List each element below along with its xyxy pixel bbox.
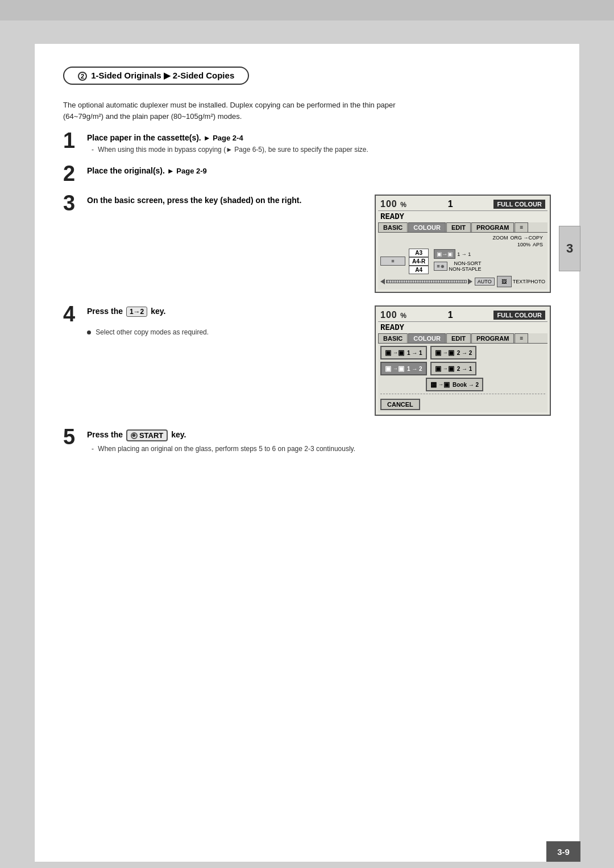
- ms1-paper-icon: ≡: [380, 257, 405, 266]
- ms2-tab-basic[interactable]: BASIC: [378, 333, 408, 343]
- step-3-content: On the basic screen, press the key (shad…: [87, 195, 363, 207]
- step-4-number: 4: [63, 303, 87, 325]
- start-circle-icon: ⊕: [131, 432, 138, 439]
- section-title-text: 1-Sided Originals ▶ 2-Sided Copies: [91, 71, 234, 80]
- ms2-book-container: ▩ → ▣ Book → 2: [426, 378, 487, 391]
- ms1-paper-a3: A3: [409, 249, 429, 257]
- ms1-colour: FULL COLOUR: [493, 200, 545, 209]
- ms1-paper-a4r: A4-R: [409, 257, 429, 266]
- step-2: 2 Place the original(s). ► Page 2-9: [63, 165, 551, 184]
- ms1-zoom-val: 100%: [517, 242, 530, 247]
- ms2-cancel-row: CANCEL: [380, 394, 545, 410]
- desc-line1: The optional automatic duplexer must be …: [63, 101, 396, 109]
- step-3-left: 3 On the basic screen, press the key (sh…: [63, 195, 363, 214]
- step-4-content: Press the 1→2 key.: [87, 305, 363, 319]
- step-4: 4 Press the 1→2 key. Select other copy m…: [63, 305, 551, 416]
- step-1-title: Place paper in the cassette(s). ► Page 2…: [87, 133, 551, 142]
- ms1-zoom-row: ZOOM ORG →COPY: [380, 235, 545, 241]
- ms2-btn-1to2[interactable]: ▣ → ▣ 1 → 2: [380, 362, 427, 375]
- ms2-tab-extra[interactable]: ≡: [515, 333, 528, 343]
- ms1-tabs: BASIC COLOUR EDIT PROGRAM ≡: [378, 222, 547, 233]
- ms2-btn-1to1[interactable]: ▣ → ▣ 1 → 1: [380, 346, 427, 359]
- desc-line2: (64~79g/m²) and the plain paper (80~105g…: [63, 112, 242, 121]
- ms1-paper-row: ≡ A3 A4-R A4 ▣→▣ 1: [380, 249, 545, 274]
- step-1: 1 Place paper in the cassette(s). ► Page…: [63, 132, 551, 155]
- section-title: 2 1-Sided Originals ▶ 2-Sided Copies: [63, 67, 249, 85]
- section-circle: 2: [78, 72, 87, 81]
- step-2-number: 2: [63, 163, 87, 184]
- ms1-copies: 1: [443, 199, 458, 209]
- step-4-sub-container: Select other copy modes as required.: [87, 328, 363, 336]
- step-1-content: Place paper in the cassette(s). ► Page 2…: [87, 132, 551, 155]
- description-text: The optional automatic duplexer must be …: [63, 100, 551, 122]
- ms1-body: ZOOM ORG →COPY 100% APS ≡: [378, 233, 547, 290]
- ms1-tab-basic[interactable]: BASIC: [378, 222, 408, 232]
- ms2-tab-edit[interactable]: EDIT: [446, 333, 471, 343]
- ms2-header: 100 % 1 FULL COLOUR: [378, 309, 547, 322]
- ms1-slider-bar: [386, 280, 467, 283]
- step-3-title: On the basic screen, press the key (shad…: [87, 196, 363, 205]
- ms1-tri-left: [380, 279, 385, 284]
- ms2-colour: FULL COLOUR: [493, 311, 545, 320]
- ms1-duplex-area: ▣→▣ 1 → 1 ≡ ⊕ NON-SORTNON-STAPLE: [434, 249, 545, 274]
- start-key: ⊕ START: [126, 429, 168, 441]
- ms1-paper-sizes: A3 A4-R A4: [409, 249, 430, 274]
- ms1-header: 100 % 1 FULL COLOUR: [378, 198, 547, 211]
- ms1-tab-program[interactable]: PROGRAM: [471, 222, 514, 232]
- step-2-title: Place the original(s). ► Page 2-9: [87, 166, 551, 175]
- ms1-slider-row: AUTO 🖼 TEXT/PHOTO: [380, 276, 545, 287]
- ms2-tab-colour[interactable]: COLOUR: [408, 333, 446, 343]
- ms2-percent: 100 %: [380, 310, 407, 320]
- ms1-duplex-row2: ≡ ⊕ NON-SORTNON-STAPLE: [434, 261, 545, 272]
- step-1-sub: - When using this mode in bypass copying…: [92, 144, 551, 155]
- ms1-aps: APS: [533, 242, 543, 247]
- ms1-tab-edit[interactable]: EDIT: [446, 222, 471, 232]
- step-4-sub: Select other copy modes as required.: [87, 328, 363, 336]
- ms1-auto-box[interactable]: AUTO: [475, 278, 495, 286]
- machine-screen-1: 100 % 1 FULL COLOUR READY BASIC COLOUR E…: [375, 195, 551, 293]
- machine-screen-2: 100 % 1 FULL COLOUR READY BASIC COLOUR E…: [375, 305, 551, 416]
- ms1-duplex-row1: ▣→▣ 1 → 1: [434, 249, 545, 259]
- bullet-icon: [87, 330, 91, 334]
- step-1-number: 1: [63, 130, 87, 151]
- ms1-tab-colour[interactable]: COLOUR: [408, 222, 446, 232]
- ms2-copies: 1: [443, 310, 458, 320]
- ms1-org-copy: ORG →COPY: [510, 235, 543, 241]
- ms2-btn-bookto2[interactable]: ▩ → ▣ Book → 2: [426, 378, 483, 391]
- step-5-number: 5: [63, 426, 87, 448]
- ms1-ready: READY: [378, 211, 547, 222]
- step-5: 5 Press the ⊕ START key. - When placing …: [63, 428, 551, 454]
- ms1-dup-btn1[interactable]: ▣→▣: [434, 249, 455, 259]
- page-number-badge: 3-9: [546, 841, 580, 862]
- step-5-content: Press the ⊕ START key. - When placing an…: [87, 428, 551, 454]
- step-3: 3 On the basic screen, press the key (sh…: [63, 195, 551, 293]
- ms1-percent: 100 %: [380, 199, 407, 209]
- ms1-dup-label1: 1 → 1: [457, 251, 471, 257]
- ms1-zoom-val-row: 100% APS: [380, 242, 545, 247]
- step-3-number: 3: [63, 192, 87, 214]
- ms1-dup-btn2[interactable]: ≡ ⊕: [434, 262, 447, 271]
- ms1-paper-tray: ≡: [380, 257, 405, 266]
- ms2-cancel-button[interactable]: CANCEL: [380, 399, 420, 410]
- chapter-tab: 3: [559, 226, 580, 271]
- step-3-screen: 100 % 1 FULL COLOUR READY BASIC COLOUR E…: [375, 195, 551, 293]
- page-number: 3-9: [557, 847, 570, 857]
- step-3-inner: 3 On the basic screen, press the key (sh…: [63, 195, 363, 214]
- ms1-tab-extra[interactable]: ≡: [515, 222, 528, 232]
- step-4-inner: 4 Press the 1→2 key.: [63, 305, 363, 325]
- ms2-tabs: BASIC COLOUR EDIT PROGRAM ≡: [378, 333, 547, 344]
- ms2-tab-program[interactable]: PROGRAM: [471, 333, 514, 343]
- ms1-zoom-label: ZOOM: [492, 235, 508, 241]
- step-4-key: 1→2: [126, 307, 147, 317]
- ms2-row1: ▣ → ▣ 1 → 1 ▣ → ▣ 2 → 2: [380, 346, 545, 359]
- ms1-img-icon: 🖼: [497, 276, 512, 287]
- step-4-screen: 100 % 1 FULL COLOUR READY BASIC COLOUR E…: [375, 305, 551, 416]
- page-content: 3 3-9 2 1-Sided Originals ▶ 2-Sided Copi…: [34, 43, 580, 862]
- ms2-btn-2to1[interactable]: ▣ → ▣ 2 → 1: [430, 362, 477, 375]
- ms2-row3: ▩ → ▣ Book → 2: [380, 378, 545, 391]
- ms2-btn-2to2[interactable]: ▣ → ▣ 2 → 2: [430, 346, 477, 359]
- ms2-body: ▣ → ▣ 1 → 1 ▣ → ▣ 2 → 2: [378, 344, 547, 412]
- step-4-title: Press the 1→2 key.: [87, 307, 363, 317]
- chapter-number: 3: [566, 241, 573, 256]
- ms1-paper-a4: A4: [409, 266, 429, 274]
